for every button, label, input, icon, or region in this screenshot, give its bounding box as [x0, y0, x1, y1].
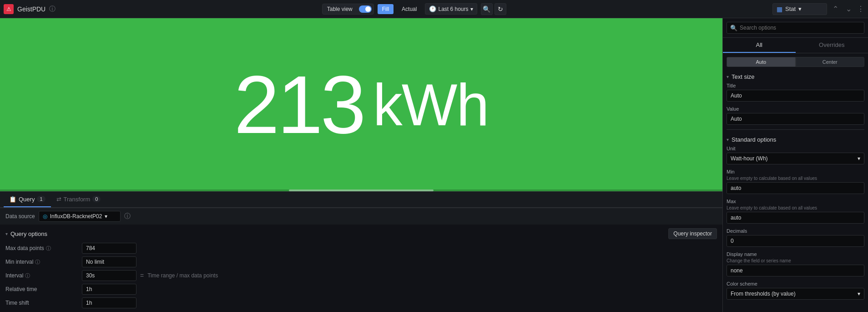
standard-options-section-header[interactable]: ▾ Standard options	[727, 132, 864, 146]
chevron-down-unit: ▾	[858, 155, 860, 162]
influx-icon: ◎	[43, 213, 47, 220]
top-toolbar: ⚠ GeistPDU ⓘ Table view Fill Actual 🕐 La…	[0, 0, 868, 18]
min-interval-input[interactable]	[82, 256, 136, 267]
query-inspector-button[interactable]: Query inspector	[668, 228, 717, 239]
query-badge: 1	[37, 196, 45, 202]
max-label: Max	[727, 199, 864, 204]
max-option: Max Leave empty to calculate based on al…	[727, 199, 864, 224]
search-wrapper: 🔍	[727, 22, 864, 34]
color-scheme-label: Color scheme	[727, 281, 864, 286]
minimize-button[interactable]: ⌃	[831, 3, 840, 15]
title-input[interactable]: Auto	[727, 90, 864, 102]
tab-transform[interactable]: ⇄ Transform 0	[51, 192, 106, 207]
unit-select[interactable]: Watt-hour (Wh) ▾	[727, 153, 864, 164]
unit-label: Unit	[727, 146, 864, 151]
interval-hint: Time range / max data points	[147, 272, 218, 279]
decimals-option: Decimals	[727, 228, 864, 247]
info-icon[interactable]: ⓘ	[49, 5, 56, 13]
text-size-section-header[interactable]: ▾ Text size	[727, 69, 864, 83]
max-data-points-info-icon[interactable]: ⓘ	[46, 245, 51, 252]
panel-title: GeistPDU	[17, 5, 45, 13]
maximize-button[interactable]: ⌄	[844, 3, 853, 15]
center-align-button[interactable]: Center	[796, 57, 865, 67]
text-size-title: Text size	[732, 73, 755, 80]
chevron-down-color: ▾	[858, 291, 860, 297]
interval-info-icon[interactable]: ⓘ	[25, 272, 30, 279]
search-input[interactable]	[727, 22, 864, 34]
query-options-label: Query options	[10, 230, 47, 237]
actual-button[interactable]: Actual	[397, 4, 421, 14]
chevron-down-icon-stat: ▾	[798, 5, 802, 12]
table-view-toggle[interactable]: Table view	[322, 4, 374, 15]
value-option: Value Auto	[727, 106, 864, 125]
alignment-buttons: Auto Center	[727, 57, 864, 67]
zoom-buttons: 🔍 ↻	[481, 3, 506, 15]
toolbar-left: ⚠ GeistPDU ⓘ	[4, 4, 56, 14]
visualization-area: 213 kWh	[0, 18, 722, 191]
time-range-button[interactable]: 🕐 Last 6 hours ▾	[425, 3, 477, 15]
color-scheme-value: From thresholds (by value)	[731, 291, 796, 297]
relative-time-label: Relative time	[5, 286, 78, 292]
tab-overrides[interactable]: Overrides	[796, 38, 868, 53]
data-source-value: InfluxDB-RacknetP02	[50, 213, 102, 220]
query-icon: 📋	[9, 196, 16, 203]
viz-scrollbar[interactable]	[0, 189, 722, 191]
min-interval-info-icon[interactable]: ⓘ	[35, 259, 40, 266]
main-content: 213 kWh 📋 Query 1 ⇄ Transform 0 Data sou…	[0, 18, 868, 312]
data-source-info-button[interactable]: ⓘ	[124, 212, 131, 220]
viz-value: 213	[234, 64, 363, 146]
min-label: Min	[727, 169, 864, 174]
right-panel: 🔍 All Overrides Auto Center ▾ Text size …	[722, 18, 868, 312]
more-options-button[interactable]: ⋮	[857, 5, 864, 13]
toolbar-right: ▦ Stat ▾ ⌃ ⌄ ⋮	[772, 3, 864, 15]
decimals-input[interactable]	[727, 235, 864, 247]
tab-all[interactable]: All	[723, 38, 796, 53]
tab-transform-label: Transform	[64, 196, 91, 203]
stat-label: Stat	[785, 5, 796, 12]
refresh-button[interactable]: ↻	[495, 3, 506, 15]
min-hint: Leave empty to calculate based on all va…	[727, 176, 864, 181]
visualization-type-dropdown[interactable]: ▦ Stat ▾	[772, 3, 827, 15]
text-size-chevron: ▾	[727, 74, 729, 79]
tab-query[interactable]: 📋 Query 1	[4, 192, 51, 207]
search-icon: 🔍	[730, 25, 737, 31]
query-fields: Max data points ⓘ Min interval ⓘ Interva…	[5, 243, 717, 308]
color-scheme-select[interactable]: From thresholds (by value) ▾	[727, 288, 864, 300]
right-panel-content: Auto Center ▾ Text size Title Auto Value…	[723, 53, 868, 312]
query-tabs: 📋 Query 1 ⇄ Transform 0	[0, 191, 722, 208]
max-input[interactable]	[727, 212, 864, 224]
time-range-label: Last 6 hours	[438, 6, 468, 12]
viz-scrollbar-thumb	[289, 189, 434, 191]
max-data-points-label: Max data points ⓘ	[5, 245, 78, 252]
zoom-out-button[interactable]: 🔍	[481, 3, 493, 15]
display-name-input[interactable]	[727, 265, 864, 276]
query-options-chevron[interactable]: ▾	[5, 231, 8, 236]
color-scheme-option: Color scheme From thresholds (by value) …	[727, 281, 864, 300]
stat-icon: ▦	[777, 5, 782, 13]
right-tabs: All Overrides	[723, 38, 868, 53]
display-name-hint: Change the field or series name	[727, 258, 864, 263]
chevron-down-icon: ▾	[470, 6, 473, 12]
tab-query-label: Query	[19, 196, 35, 203]
alert-icon: ⚠	[4, 4, 14, 14]
viz-unit: kWh	[373, 75, 489, 134]
min-input[interactable]	[727, 182, 864, 194]
fill-button[interactable]: Fill	[378, 4, 394, 14]
query-options-area: ▾ Query options Query inspector Max data…	[0, 225, 722, 312]
data-source-row: Data source ◎ InfluxDB-RacknetP02 ▾ ⓘ	[0, 208, 722, 225]
display-name-label: Display name	[727, 251, 864, 257]
query-header: ▾ Query options Query inspector	[5, 228, 717, 239]
auto-align-button[interactable]: Auto	[727, 57, 796, 67]
value-input[interactable]: Auto	[727, 113, 864, 125]
time-shift-input[interactable]	[82, 297, 136, 308]
max-data-points-input[interactable]	[82, 243, 136, 254]
unit-option: Unit Watt-hour (Wh) ▾	[727, 146, 864, 164]
table-view-switch[interactable]	[359, 5, 372, 13]
data-source-select[interactable]: ◎ InfluxDB-RacknetP02 ▾	[39, 211, 121, 222]
title-label: Title	[727, 83, 864, 88]
search-area: 🔍	[723, 18, 868, 38]
standard-options-chevron: ▾	[727, 137, 729, 142]
title-option: Title Auto	[727, 83, 864, 102]
interval-input[interactable]	[82, 270, 136, 281]
relative-time-input[interactable]	[82, 284, 136, 295]
